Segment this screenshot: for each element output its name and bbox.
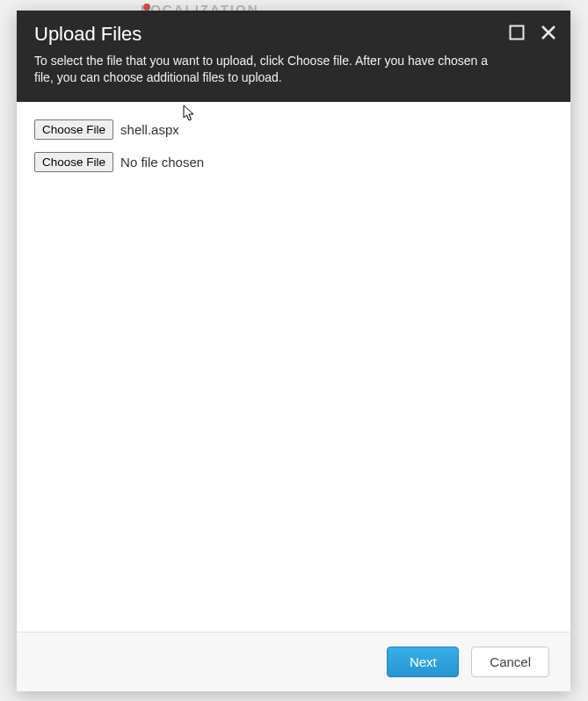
modal-header: Upload Files To select the file that you… <box>17 11 570 102</box>
modal-title: Upload Files <box>34 23 553 46</box>
choose-file-button[interactable]: Choose File <box>34 152 113 172</box>
close-icon <box>540 24 557 41</box>
modal-body: Choose File shell.aspx Choose File No fi… <box>17 102 570 632</box>
modal-footer: Next Cancel <box>17 632 570 691</box>
next-button[interactable]: Next <box>387 647 459 677</box>
file-input-row: Choose File shell.aspx <box>34 119 553 140</box>
maximize-icon <box>509 25 525 40</box>
maximize-button[interactable] <box>507 23 526 42</box>
file-name-label: No file chosen <box>120 155 204 170</box>
file-input-row: Choose File No file chosen <box>34 152 553 172</box>
choose-file-button[interactable]: Choose File <box>34 119 113 140</box>
window-controls <box>507 23 558 42</box>
svg-rect-0 <box>511 26 524 40</box>
upload-files-modal: Upload Files To select the file that you… <box>17 11 570 691</box>
cancel-button[interactable]: Cancel <box>471 647 549 677</box>
file-name-label: shell.aspx <box>120 122 179 137</box>
modal-subtitle: To select the file that you want to uplo… <box>34 53 509 86</box>
close-button[interactable] <box>539 23 558 42</box>
